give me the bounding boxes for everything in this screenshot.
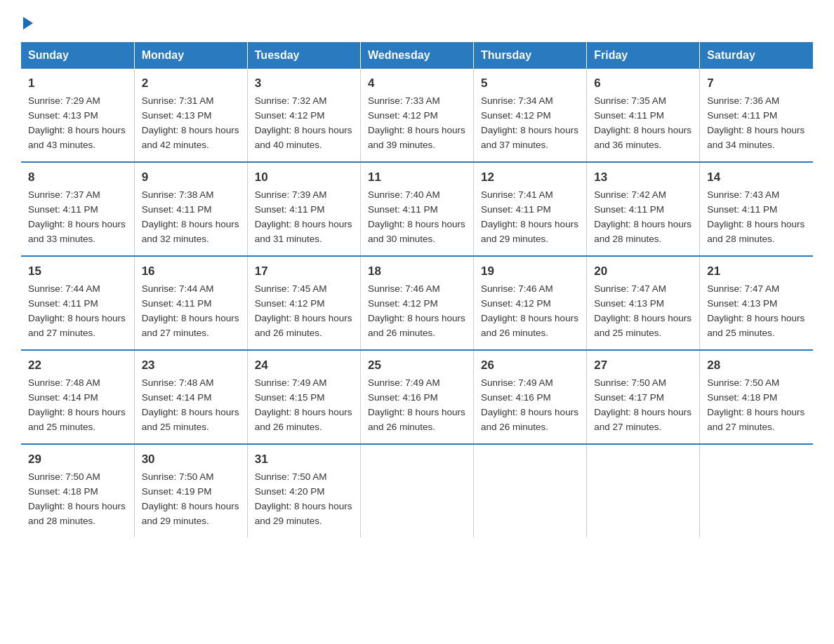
calendar-cell: 24Sunrise: 7:49 AMSunset: 4:15 PMDayligh… — [247, 350, 360, 444]
daylight-text: Daylight: 8 hours hours — [28, 125, 126, 135]
daylight-minutes-text: and 27 minutes. — [594, 422, 661, 432]
logo-arrow-icon — [23, 17, 33, 29]
day-number: 12 — [481, 168, 579, 187]
daylight-minutes-text: and 25 minutes. — [28, 422, 95, 432]
calendar-cell: 3Sunrise: 7:32 AMSunset: 4:12 PMDaylight… — [247, 69, 360, 162]
daylight-text: Daylight: 8 hours hours — [255, 407, 352, 417]
calendar-week-row: 8Sunrise: 7:37 AMSunset: 4:11 PMDaylight… — [21, 162, 813, 256]
daylight-text: Daylight: 8 hours hours — [481, 125, 578, 135]
day-number: 24 — [255, 356, 353, 375]
calendar-cell: 13Sunrise: 7:42 AMSunset: 4:11 PMDayligh… — [587, 162, 700, 256]
day-number: 8 — [28, 168, 127, 187]
sunrise-text: Sunrise: 7:39 AM — [255, 189, 327, 200]
daylight-minutes-text: and 29 minutes. — [255, 516, 322, 526]
sunrise-text: Sunrise: 7:29 AM — [28, 95, 100, 106]
day-number: 31 — [255, 450, 353, 469]
calendar-cell: 26Sunrise: 7:49 AMSunset: 4:16 PMDayligh… — [474, 350, 587, 444]
header-friday: Friday — [587, 42, 700, 69]
day-number: 13 — [594, 168, 692, 187]
header-thursday: Thursday — [474, 42, 587, 69]
daylight-minutes-text: and 27 minutes. — [707, 422, 774, 432]
daylight-minutes-text: and 26 minutes. — [255, 422, 322, 432]
calendar-cell: 28Sunrise: 7:50 AMSunset: 4:18 PMDayligh… — [700, 350, 813, 444]
day-number: 14 — [707, 168, 806, 187]
daylight-text: Daylight: 8 hours hours — [255, 125, 352, 135]
daylight-minutes-text: and 37 minutes. — [481, 140, 548, 150]
daylight-minutes-text: and 27 minutes. — [142, 328, 209, 338]
day-number: 1 — [28, 74, 127, 93]
sunset-text: Sunset: 4:11 PM — [142, 298, 212, 309]
header-sunday: Sunday — [21, 42, 134, 69]
calendar-cell: 2Sunrise: 7:31 AMSunset: 4:13 PMDaylight… — [134, 69, 247, 162]
sunrise-text: Sunrise: 7:48 AM — [28, 377, 100, 388]
calendar-cell: 7Sunrise: 7:36 AMSunset: 4:11 PMDaylight… — [700, 69, 813, 162]
sunrise-text: Sunrise: 7:49 AM — [255, 377, 327, 388]
daylight-minutes-text: and 28 minutes. — [594, 234, 661, 244]
calendar-cell: 8Sunrise: 7:37 AMSunset: 4:11 PMDaylight… — [21, 162, 134, 256]
sunset-text: Sunset: 4:11 PM — [481, 204, 551, 215]
daylight-minutes-text: and 40 minutes. — [255, 140, 322, 150]
sunrise-text: Sunrise: 7:35 AM — [594, 95, 666, 106]
daylight-minutes-text: and 25 minutes. — [142, 422, 209, 432]
sunrise-text: Sunrise: 7:31 AM — [142, 95, 214, 106]
calendar-cell — [587, 444, 700, 537]
daylight-minutes-text: and 32 minutes. — [142, 234, 209, 244]
calendar-cell: 19Sunrise: 7:46 AMSunset: 4:12 PMDayligh… — [474, 256, 587, 350]
daylight-text: Daylight: 8 hours hours — [28, 501, 126, 511]
daylight-text: Daylight: 8 hours hours — [707, 125, 805, 135]
calendar-week-row: 1Sunrise: 7:29 AMSunset: 4:13 PMDaylight… — [21, 69, 813, 162]
day-number: 15 — [28, 262, 127, 281]
daylight-minutes-text: and 28 minutes. — [707, 234, 774, 244]
daylight-minutes-text: and 33 minutes. — [28, 234, 95, 244]
calendar-cell: 6Sunrise: 7:35 AMSunset: 4:11 PMDaylight… — [587, 69, 700, 162]
calendar-week-row: 29Sunrise: 7:50 AMSunset: 4:18 PMDayligh… — [21, 444, 813, 537]
sunrise-text: Sunrise: 7:44 AM — [28, 283, 100, 294]
calendar-cell: 23Sunrise: 7:48 AMSunset: 4:14 PMDayligh… — [134, 350, 247, 444]
daylight-minutes-text: and 29 minutes. — [142, 516, 209, 526]
sunset-text: Sunset: 4:13 PM — [707, 298, 777, 309]
daylight-text: Daylight: 8 hours hours — [594, 313, 691, 323]
day-number: 10 — [255, 168, 353, 187]
day-number: 21 — [707, 262, 806, 281]
sunset-text: Sunset: 4:14 PM — [142, 392, 212, 403]
sunrise-text: Sunrise: 7:38 AM — [142, 189, 214, 200]
sunrise-text: Sunrise: 7:49 AM — [368, 377, 440, 388]
sunset-text: Sunset: 4:18 PM — [707, 392, 777, 403]
day-number: 17 — [255, 262, 353, 281]
sunset-text: Sunset: 4:11 PM — [707, 110, 777, 121]
calendar-cell — [700, 444, 813, 537]
sunrise-text: Sunrise: 7:36 AM — [707, 95, 779, 106]
daylight-text: Daylight: 8 hours hours — [255, 501, 352, 511]
sunrise-text: Sunrise: 7:34 AM — [481, 95, 553, 106]
daylight-text: Daylight: 8 hours hours — [142, 219, 239, 229]
sunset-text: Sunset: 4:13 PM — [594, 298, 664, 309]
sunset-text: Sunset: 4:12 PM — [481, 110, 551, 121]
daylight-minutes-text: and 39 minutes. — [368, 140, 435, 150]
daylight-minutes-text: and 25 minutes. — [594, 328, 661, 338]
sunset-text: Sunset: 4:11 PM — [707, 204, 777, 215]
daylight-text: Daylight: 8 hours hours — [368, 219, 465, 229]
calendar-cell: 17Sunrise: 7:45 AMSunset: 4:12 PMDayligh… — [247, 256, 360, 350]
sunset-text: Sunset: 4:11 PM — [594, 110, 664, 121]
sunrise-text: Sunrise: 7:47 AM — [594, 283, 666, 294]
sunset-text: Sunset: 4:11 PM — [594, 204, 664, 215]
daylight-text: Daylight: 8 hours hours — [28, 219, 126, 229]
calendar-cell: 9Sunrise: 7:38 AMSunset: 4:11 PMDaylight… — [134, 162, 247, 256]
day-number: 11 — [368, 168, 466, 187]
sunset-text: Sunset: 4:12 PM — [255, 110, 325, 121]
sunset-text: Sunset: 4:13 PM — [28, 110, 98, 121]
daylight-text: Daylight: 8 hours hours — [28, 407, 126, 417]
day-number: 28 — [707, 356, 806, 375]
sunrise-text: Sunrise: 7:40 AM — [368, 189, 440, 200]
sunset-text: Sunset: 4:12 PM — [255, 298, 325, 309]
calendar-cell: 15Sunrise: 7:44 AMSunset: 4:11 PMDayligh… — [21, 256, 134, 350]
calendar-cell: 31Sunrise: 7:50 AMSunset: 4:20 PMDayligh… — [247, 444, 360, 537]
day-number: 29 — [28, 450, 127, 469]
daylight-text: Daylight: 8 hours hours — [142, 501, 239, 511]
sunrise-text: Sunrise: 7:50 AM — [594, 377, 666, 388]
calendar-cell: 20Sunrise: 7:47 AMSunset: 4:13 PMDayligh… — [587, 256, 700, 350]
calendar-cell — [474, 444, 587, 537]
daylight-text: Daylight: 8 hours hours — [707, 219, 805, 229]
page-header — [21, 14, 813, 29]
daylight-text: Daylight: 8 hours hours — [594, 407, 691, 417]
